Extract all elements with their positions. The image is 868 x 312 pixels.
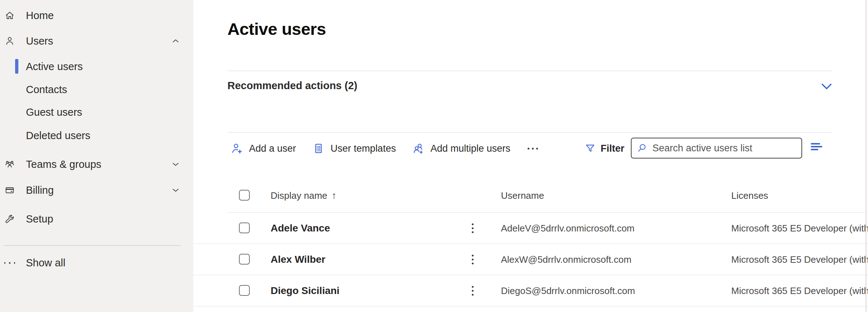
scrollbar-track[interactable] (865, 0, 867, 312)
select-all-checkbox[interactable] (239, 190, 250, 201)
person-icon (4, 36, 15, 46)
sidebar-item-show-all[interactable]: Show all (0, 252, 193, 274)
sidebar-item-label: Home (26, 10, 54, 22)
table-row[interactable]: Alex Wilber AlexW@5drrlv.onmicrosoft.com… (193, 244, 868, 275)
search-icon (636, 142, 648, 154)
display-name-cell[interactable]: Adele Vance (271, 222, 330, 234)
funnel-icon (584, 142, 596, 155)
username-cell: AdeleV@5drrlv.onmicrosoft.com (501, 222, 634, 234)
sidebar-item-label: Active users (26, 61, 83, 73)
vertical-ellipsis-icon (472, 223, 474, 225)
people-add-icon (412, 142, 425, 155)
user-templates-button[interactable]: User templates (312, 142, 396, 155)
sidebar-item-users[interactable]: Users (0, 30, 193, 52)
add-a-user-button[interactable]: Add a user (230, 142, 296, 155)
add-multiple-users-button[interactable]: Add multiple users (412, 142, 510, 155)
column-header-display-name[interactable]: Display name↑ (271, 190, 336, 201)
search-box[interactable] (631, 138, 802, 159)
user-templates-label: User templates (331, 143, 396, 154)
filter-button[interactable]: Filter (584, 137, 624, 160)
toolbar: Add a user User templates Add multiple u… (230, 137, 539, 160)
add-a-user-label: Add a user (249, 143, 296, 154)
table-row[interactable]: Diego Siciliani DiegoS@5drrlv.onmicrosof… (193, 275, 868, 307)
main-content: Active users Recommended actions (2) Add… (193, 0, 868, 312)
user-table-rows: Adele Vance AdeleV@5drrlv.onmicrosoft.co… (193, 213, 868, 307)
display-name-cell[interactable]: Alex Wilber (271, 254, 325, 265)
sidebar: Home Users Active users Contacts Guest u… (0, 0, 193, 312)
username-cell: AlexW@5drrlv.onmicrosoft.com (501, 254, 632, 265)
sidebar-item-active-users[interactable]: Active users (0, 55, 193, 78)
row-actions-button[interactable] (469, 284, 476, 297)
column-header-licenses[interactable]: Licenses (731, 190, 768, 201)
sidebar-item-contacts[interactable]: Contacts (0, 78, 193, 101)
wrench-icon (4, 214, 15, 224)
sidebar-item-label: Users (26, 35, 53, 47)
horizontal-ellipsis-icon (528, 148, 529, 150)
sidebar-item-label: Setup (26, 213, 53, 225)
licenses-cell: Microsoft 365 E5 Developer (withou (731, 254, 868, 265)
person-add-icon (230, 142, 243, 155)
chevron-down-icon[interactable] (820, 81, 833, 92)
credit-card-icon (4, 185, 15, 196)
search-input[interactable] (652, 142, 797, 154)
vertical-ellipsis-icon (472, 286, 474, 288)
sidebar-item-label: Teams & groups (26, 159, 101, 170)
sidebar-item-label: Billing (26, 184, 54, 196)
sidebar-item-setup[interactable]: Setup (0, 208, 193, 230)
chevron-up-icon[interactable] (171, 36, 180, 46)
sidebar-item-teams-groups[interactable]: Teams & groups (0, 153, 193, 175)
chevron-down-icon[interactable] (171, 160, 180, 169)
sidebar-item-billing[interactable]: Billing (0, 179, 193, 201)
selected-indicator (15, 59, 18, 74)
recommended-actions-title: Recommended actions (2) (227, 80, 357, 92)
sidebar-item-label: Contacts (26, 84, 67, 96)
sidebar-item-label: Guest users (26, 106, 82, 118)
sidebar-item-label: Show all (26, 257, 65, 269)
sort-lines-icon[interactable] (811, 143, 824, 152)
divider (227, 70, 832, 71)
filter-label: Filter (601, 143, 624, 154)
row-checkbox[interactable] (239, 222, 250, 233)
sidebar-item-label: Deleted users (26, 130, 90, 142)
row-actions-button[interactable] (469, 222, 476, 234)
column-header-username[interactable]: Username (501, 190, 544, 201)
row-checkbox[interactable] (239, 285, 250, 296)
licenses-cell: Microsoft 365 E5 Developer (withou (731, 222, 868, 234)
people-group-icon (4, 159, 15, 170)
page-title: Active users (227, 19, 326, 39)
licenses-cell: Microsoft 365 E5 Developer (withou (731, 285, 868, 296)
table-row[interactable]: Adele Vance AdeleV@5drrlv.onmicrosoft.co… (193, 213, 868, 244)
sort-ascending-arrow-icon: ↑ (332, 190, 337, 201)
sidebar-item-guest-users[interactable]: Guest users (0, 101, 193, 123)
row-checkbox[interactable] (239, 254, 250, 265)
home-icon (4, 10, 15, 21)
bulleted-list-card-icon (312, 142, 325, 155)
more-actions-button[interactable] (526, 146, 539, 152)
row-actions-button[interactable] (469, 253, 476, 266)
username-cell: DiegoS@5drrlv.onmicrosoft.com (501, 285, 635, 296)
sidebar-divider (4, 245, 181, 246)
chevron-down-icon[interactable] (171, 185, 180, 195)
divider (227, 132, 832, 133)
sidebar-item-deleted-users[interactable]: Deleted users (0, 124, 193, 147)
display-name-cell[interactable]: Diego Siciliani (271, 285, 339, 297)
sidebar-item-home[interactable]: Home (0, 4, 193, 27)
vertical-ellipsis-icon (472, 254, 474, 256)
horizontal-ellipsis-icon (4, 262, 15, 264)
add-multiple-users-label: Add multiple users (430, 143, 510, 154)
